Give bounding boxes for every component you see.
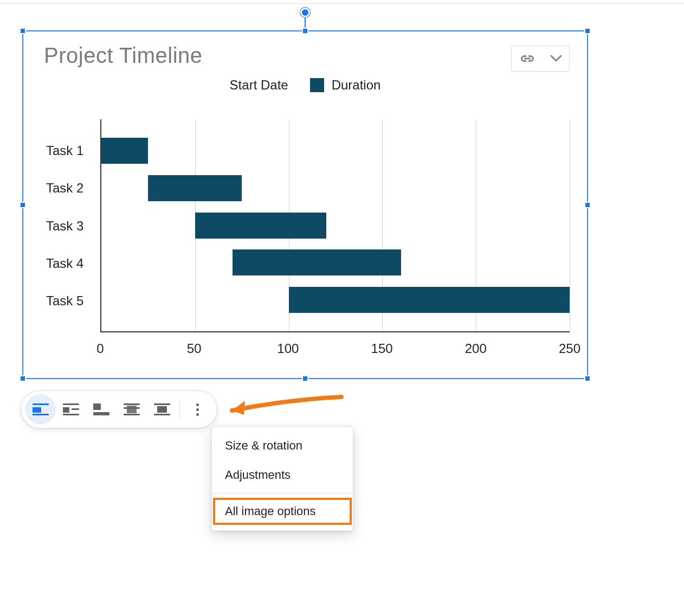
wrap-mode-break-button[interactable] bbox=[86, 394, 117, 425]
legend-label-duration: Duration bbox=[332, 78, 381, 93]
wrap-mode-wrap-button[interactable] bbox=[56, 394, 86, 425]
menu-separator bbox=[212, 493, 353, 493]
gantt-bar bbox=[101, 138, 148, 164]
annotation-arrow bbox=[222, 394, 347, 427]
legend-item-start-date: Start Date bbox=[230, 78, 288, 93]
legend-item-duration: Duration bbox=[310, 78, 381, 93]
resize-handle-mid-bottom[interactable] bbox=[302, 375, 308, 382]
chevron-down-icon[interactable] bbox=[550, 55, 562, 62]
x-tick-label: 150 bbox=[371, 341, 393, 356]
chart-legend: Start Date Duration bbox=[29, 78, 582, 93]
wrap-mode-behind-button[interactable] bbox=[117, 394, 147, 425]
more-options-menu: Size & rotation Adjustments All image op… bbox=[211, 426, 353, 531]
gantt-bar bbox=[195, 213, 326, 239]
page-top-rule bbox=[0, 3, 684, 4]
wrap-mode-front-button[interactable] bbox=[147, 394, 177, 425]
menu-item-all-image-options[interactable]: All image options bbox=[212, 497, 353, 526]
resize-handle-bottom-right[interactable] bbox=[584, 375, 591, 382]
legend-swatch-duration bbox=[310, 78, 324, 92]
behind-text-icon bbox=[124, 403, 140, 415]
legend-label-start: Start Date bbox=[230, 78, 288, 93]
y-axis-label: Task 3 bbox=[46, 219, 96, 234]
menu-item-adjustments[interactable]: Adjustments bbox=[212, 460, 353, 490]
gantt-bar bbox=[233, 249, 401, 275]
chart-body: Project Timeline Start Date Duration Tas… bbox=[29, 37, 582, 373]
more-vertical-icon bbox=[196, 403, 199, 416]
x-tick-label: 250 bbox=[559, 341, 580, 356]
selected-chart-frame[interactable]: Project Timeline Start Date Duration Tas… bbox=[22, 30, 588, 379]
resize-handle-top-right[interactable] bbox=[584, 28, 591, 34]
x-tick-label: 50 bbox=[187, 341, 202, 356]
link-icon[interactable] bbox=[519, 54, 535, 63]
resize-handle-mid-top[interactable] bbox=[302, 28, 308, 34]
toolbar-separator bbox=[179, 399, 180, 420]
gridline bbox=[570, 119, 570, 331]
more-options-button[interactable] bbox=[182, 394, 212, 425]
y-axis-label: Task 4 bbox=[46, 256, 96, 271]
menu-item-size-rotation[interactable]: Size & rotation bbox=[212, 431, 353, 460]
front-text-icon bbox=[154, 403, 170, 415]
resize-handle-top-left[interactable] bbox=[20, 28, 26, 34]
resize-handle-mid-right[interactable] bbox=[584, 202, 591, 208]
wrap-icon bbox=[63, 403, 79, 415]
image-toolbar bbox=[21, 390, 217, 428]
linked-chart-pill bbox=[511, 46, 570, 72]
inline-icon bbox=[33, 403, 49, 415]
gantt-bar bbox=[289, 287, 570, 313]
x-tick-label: 0 bbox=[96, 341, 104, 356]
gantt-bar bbox=[148, 175, 242, 201]
y-axis-label: Task 2 bbox=[46, 181, 96, 196]
rotation-handle[interactable] bbox=[300, 8, 310, 17]
resize-handle-mid-left[interactable] bbox=[20, 202, 26, 208]
wrap-mode-inline-button[interactable] bbox=[25, 394, 56, 425]
x-tick-label: 100 bbox=[277, 341, 299, 356]
resize-handle-bottom-left[interactable] bbox=[20, 375, 26, 382]
y-axis-label: Task 5 bbox=[46, 293, 96, 309]
y-axis-label: Task 1 bbox=[46, 143, 96, 158]
chart-plot-area: Task 1Task 2Task 3Task 4Task 5 050100150… bbox=[46, 119, 575, 361]
chart-title: Project Timeline bbox=[44, 43, 582, 68]
x-tick-label: 200 bbox=[465, 341, 487, 356]
break-icon bbox=[93, 403, 109, 415]
